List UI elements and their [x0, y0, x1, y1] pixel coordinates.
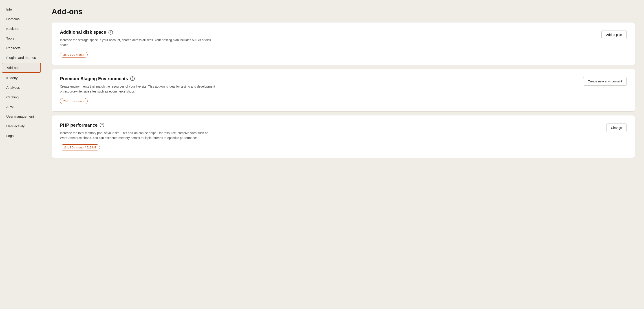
- addon-card-staging: Premium Staging Environments ? Create en…: [52, 69, 635, 112]
- addon-card-body-staging: Premium Staging Environments ? Create en…: [60, 76, 578, 104]
- main-content: Add-ons Additional disk space ? Increase…: [43, 0, 644, 309]
- sidebar-item-apm[interactable]: APM: [2, 102, 41, 112]
- addon-card-header-staging: Premium Staging Environments ?: [60, 76, 578, 81]
- sidebar: InfoDomainsBackupsToolsRedirectsPlugins …: [0, 0, 43, 309]
- sidebar-item-analytics[interactable]: Analytics: [2, 83, 41, 92]
- addon-card-action-php-performance: Change: [606, 122, 627, 132]
- addon-card-php-performance: PHP performance ? Increase the total mem…: [52, 115, 635, 158]
- sidebar-item-tools[interactable]: Tools: [2, 34, 41, 43]
- help-icon-staging[interactable]: ?: [130, 76, 135, 81]
- addon-card-body-php-performance: PHP performance ? Increase the total mem…: [60, 122, 601, 151]
- action-button-staging[interactable]: Create new environment: [583, 77, 627, 86]
- price-badge-php-performance: 13 USD / month / 512 MB: [60, 144, 100, 150]
- price-badge-disk-space: 25 USD / month: [60, 52, 88, 58]
- addon-desc-disk-space: Increase the storage space in your accou…: [60, 38, 217, 48]
- sidebar-item-info[interactable]: Info: [2, 5, 41, 14]
- help-icon-php-performance[interactable]: ?: [100, 123, 104, 127]
- addon-card-action-disk-space: Add to plan: [601, 30, 627, 39]
- addon-card-body-disk-space: Additional disk space ? Increase the sto…: [60, 30, 596, 58]
- addon-card-header-disk-space: Additional disk space ?: [60, 30, 596, 35]
- addon-title-php-performance: PHP performance: [60, 122, 98, 128]
- sidebar-item-logs[interactable]: Logs: [2, 131, 41, 140]
- addon-title-disk-space: Additional disk space: [60, 30, 106, 35]
- addon-card-header-php-performance: PHP performance ?: [60, 122, 601, 128]
- action-button-disk-space[interactable]: Add to plan: [601, 30, 627, 39]
- addon-card-action-staging: Create new environment: [583, 76, 627, 86]
- sidebar-item-user-management[interactable]: User management: [2, 112, 41, 121]
- sidebar-item-caching[interactable]: Caching: [2, 92, 41, 102]
- addon-card-disk-space: Additional disk space ? Increase the sto…: [52, 22, 635, 65]
- sidebar-item-backups[interactable]: Backups: [2, 24, 41, 33]
- addon-desc-staging: Create environments that match the resou…: [60, 84, 217, 94]
- page-title: Add-ons: [52, 7, 635, 16]
- addons-list: Additional disk space ? Increase the sto…: [52, 22, 635, 158]
- sidebar-item-plugins-and-themes[interactable]: Plugins and themes: [2, 53, 41, 62]
- addon-desc-php-performance: Increase the total memory pool of your s…: [60, 130, 217, 140]
- sidebar-item-user-activity[interactable]: User activity: [2, 122, 41, 131]
- sidebar-item-ip-deny[interactable]: IP deny: [2, 73, 41, 82]
- sidebar-item-domains[interactable]: Domains: [2, 14, 41, 24]
- sidebar-item-add-ons[interactable]: Add-ons: [2, 63, 41, 73]
- addon-title-staging: Premium Staging Environments: [60, 76, 128, 81]
- action-button-php-performance[interactable]: Change: [606, 124, 627, 132]
- price-badge-staging: 25 USD / month: [60, 98, 88, 104]
- sidebar-item-redirects[interactable]: Redirects: [2, 43, 41, 52]
- help-icon-disk-space[interactable]: ?: [108, 30, 113, 34]
